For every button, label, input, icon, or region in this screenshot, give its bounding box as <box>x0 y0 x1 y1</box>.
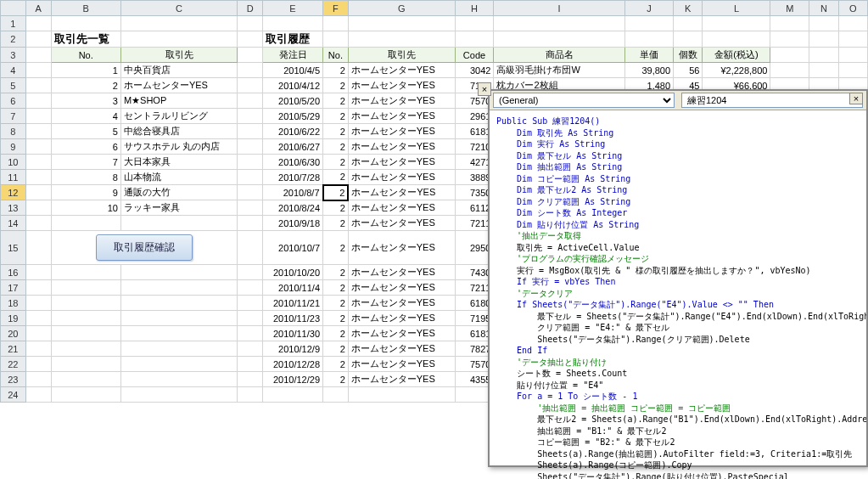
cell[interactable]: 個数 <box>674 48 703 63</box>
cell[interactable] <box>51 311 120 326</box>
cell[interactable] <box>25 372 51 387</box>
cell[interactable]: 取引履歴 <box>263 31 323 48</box>
cell[interactable] <box>238 31 263 48</box>
row-header[interactable]: 17 <box>1 280 26 296</box>
cell[interactable] <box>120 296 237 311</box>
column-header[interactable]: F <box>323 1 349 16</box>
cell[interactable]: ホームセンターYES <box>348 311 455 326</box>
cell[interactable]: 高級羽毛掛け布団W <box>494 63 624 78</box>
cell[interactable]: 5 <box>51 124 120 139</box>
row-header[interactable]: 15 <box>1 231 26 265</box>
cell[interactable] <box>25 78 51 93</box>
cell[interactable] <box>120 357 237 372</box>
cell[interactable]: ホームセンターYES <box>348 231 455 265</box>
row-header[interactable]: 6 <box>1 93 26 109</box>
cell[interactable] <box>120 31 237 48</box>
cell[interactable]: 2 <box>323 357 349 372</box>
cell[interactable] <box>263 16 323 31</box>
cell[interactable]: 2 <box>323 139 349 155</box>
cell[interactable] <box>455 31 494 48</box>
cell[interactable]: ホームセンターYES <box>348 93 455 109</box>
cell[interactable]: 2 <box>323 124 349 139</box>
cell[interactable]: 2 <box>323 63 349 78</box>
cell[interactable] <box>809 31 838 48</box>
cell[interactable]: 2010/12/9 <box>263 341 323 357</box>
cell[interactable] <box>838 63 867 78</box>
cell[interactable] <box>238 341 263 357</box>
cell[interactable]: ホームセンターYES <box>348 357 455 372</box>
cell[interactable] <box>838 31 867 48</box>
cell[interactable] <box>238 326 263 341</box>
cell[interactable] <box>51 372 120 387</box>
cell[interactable]: 6 <box>51 139 120 155</box>
cell[interactable] <box>25 155 51 170</box>
cell[interactable] <box>51 326 120 341</box>
cell[interactable] <box>25 109 51 124</box>
cell[interactable]: セントラルリビング <box>120 109 237 124</box>
cell[interactable]: 2 <box>323 231 349 265</box>
cell[interactable] <box>120 387 237 403</box>
cell[interactable]: 2 <box>323 185 349 200</box>
cell[interactable] <box>120 326 237 341</box>
cell[interactable] <box>809 63 838 78</box>
row-header[interactable]: 9 <box>1 139 26 155</box>
cell[interactable] <box>238 216 263 231</box>
cell[interactable]: ホームセンターYES <box>348 124 455 139</box>
row-header[interactable]: 8 <box>1 124 26 139</box>
cell[interactable]: 2 <box>323 341 349 357</box>
cell[interactable]: Code <box>455 48 494 63</box>
cell[interactable]: 2010/9/18 <box>263 216 323 231</box>
cell[interactable] <box>51 16 120 31</box>
cell[interactable]: 2010/5/20 <box>263 93 323 109</box>
column-header[interactable]: I <box>494 1 624 16</box>
column-header[interactable]: K <box>674 1 703 16</box>
cell[interactable]: 2010/5/29 <box>263 109 323 124</box>
cell[interactable]: 大日本家具 <box>120 155 237 170</box>
row-header[interactable]: 21 <box>1 341 26 357</box>
cell[interactable] <box>25 31 51 48</box>
cell[interactable]: ホームセンターYES <box>348 200 455 216</box>
row-header[interactable]: 14 <box>1 216 26 231</box>
cell[interactable] <box>674 16 703 31</box>
row-header[interactable]: 4 <box>1 63 26 78</box>
column-header[interactable]: L <box>703 1 770 16</box>
cell[interactable]: ホームセンターYES <box>348 372 455 387</box>
cell[interactable]: 2010/7/28 <box>263 170 323 185</box>
cell[interactable]: ホームセンターYES <box>348 265 455 280</box>
cell[interactable] <box>770 31 809 48</box>
cell[interactable] <box>238 155 263 170</box>
cell[interactable]: 1 <box>51 63 120 78</box>
cell[interactable]: 2 <box>51 78 120 93</box>
cell[interactable]: 39,800 <box>624 63 673 78</box>
cell[interactable] <box>348 31 455 48</box>
cell[interactable]: 3042 <box>455 63 494 78</box>
cell[interactable]: 2 <box>323 280 349 296</box>
cell[interactable] <box>624 31 673 48</box>
cell[interactable]: 中総合寝具店 <box>120 124 237 139</box>
cell[interactable] <box>809 16 838 31</box>
cell[interactable] <box>25 185 51 200</box>
row-header[interactable]: 19 <box>1 311 26 326</box>
column-header[interactable]: A <box>25 1 51 16</box>
cell[interactable] <box>770 63 809 78</box>
row-header[interactable]: 24 <box>1 387 26 403</box>
row-header[interactable]: 2 <box>1 31 26 48</box>
cell[interactable] <box>838 16 867 31</box>
cell[interactable] <box>25 170 51 185</box>
cell[interactable] <box>838 48 867 63</box>
cell[interactable] <box>238 139 263 155</box>
cell[interactable] <box>51 357 120 372</box>
cell[interactable]: 2010/8/24 <box>263 200 323 216</box>
column-header[interactable]: H <box>455 1 494 16</box>
cell[interactable]: 2010/10/20 <box>263 265 323 280</box>
cell[interactable] <box>120 341 237 357</box>
cell[interactable]: 2010/10/7 <box>263 231 323 265</box>
cell[interactable]: 2 <box>323 265 349 280</box>
cell[interactable]: 2010/11/4 <box>263 280 323 296</box>
cell[interactable]: 取引先 <box>348 48 455 63</box>
row-header[interactable]: 20 <box>1 326 26 341</box>
cell[interactable]: 2010/6/22 <box>263 124 323 139</box>
row-header[interactable]: 1 <box>1 16 26 31</box>
cell[interactable] <box>455 16 494 31</box>
cell[interactable]: ホームセンターYES <box>348 170 455 185</box>
